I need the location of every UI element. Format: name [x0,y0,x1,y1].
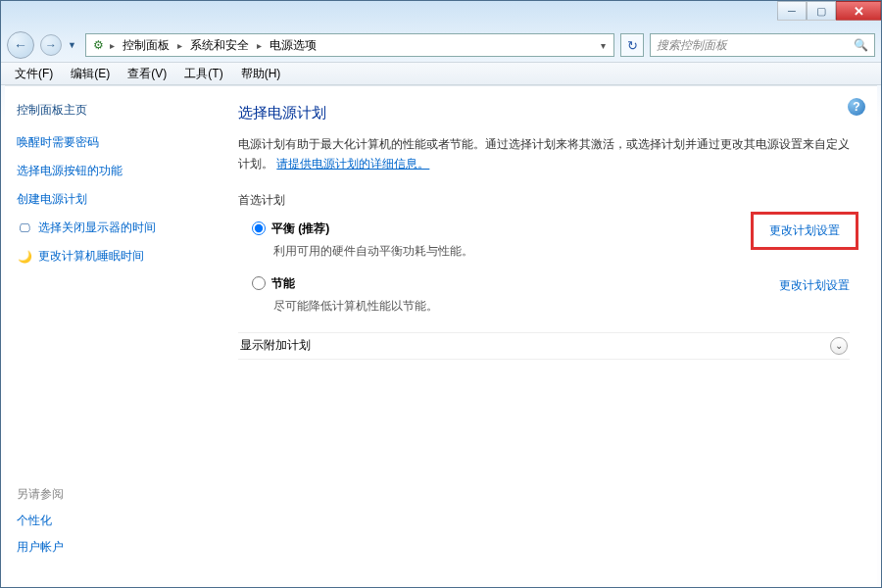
moon-icon: 🌙 [17,249,32,265]
minimize-button[interactable]: ─ [777,1,807,21]
menu-help[interactable]: 帮助(H) [233,64,289,84]
page-description: 电源计划有助于最大化计算机的性能或者节能。通过选择计划来将其激活，或选择计划并通… [238,134,850,174]
close-icon: ✕ [854,4,864,19]
menu-tools[interactable]: 工具(T) [176,64,230,84]
plan-saver-name: 节能 [271,275,295,292]
arrow-right-icon: → [45,38,57,52]
crumb-sep-icon: ▸ [177,40,182,51]
plan-balanced: 平衡 (推荐) 利用可用的硬件自动平衡功耗与性能。 更改计划设置 [238,220,850,260]
help-icon[interactable]: ? [848,98,865,116]
navbar: ← → ▼ ⚙ ▸ 控制面板 ▸ 系统和安全 ▸ 电源选项 ▾ ↻ 搜索控制面板… [1,28,881,62]
refresh-icon: ↻ [627,38,638,53]
window: ─ ▢ ✕ ← → ▼ ⚙ ▸ 控制面板 ▸ 系统和安全 ▸ 电源选项 ▾ ↻ … [0,0,882,588]
sidebar-link-wake-password[interactable]: 唤醒时需要密码 [17,134,199,151]
maximize-icon: ▢ [816,5,826,18]
sidebar-link-sleep-time[interactable]: 🌙 更改计算机睡眠时间 [17,248,199,265]
breadcrumb-item[interactable]: 控制面板 [119,37,173,54]
sidebar-link-button-action[interactable]: 选择电源按钮的功能 [17,163,199,179]
plan-balanced-radio[interactable] [252,221,266,235]
menu-edit[interactable]: 编辑(E) [63,64,118,84]
menubar: 文件(F) 编辑(E) 查看(V) 工具(T) 帮助(H) [1,62,881,85]
see-also-personalize[interactable]: 个性化 [17,513,64,529]
search-icon: 🔍 [854,38,868,52]
breadcrumb-item[interactable]: 电源选项 [266,37,320,54]
sidebar: 控制面板主页 唤醒时需要密码 选择电源按钮的功能 创建电源计划 🖵 选择关闭显示… [5,86,211,585]
see-also-header: 另请参阅 [17,486,64,503]
nav-forward-button[interactable]: → [40,34,62,56]
maximize-button[interactable]: ▢ [807,1,836,21]
details-link[interactable]: 请提供电源计划的详细信息。 [276,157,429,171]
body: 控制面板主页 唤醒时需要密码 选择电源按钮的功能 创建电源计划 🖵 选择关闭显示… [5,85,877,585]
page-title: 选择电源计划 [238,104,850,122]
plan-balanced-name: 平衡 (推荐) [271,220,329,237]
window-controls: ─ ▢ ✕ [777,1,881,21]
search-input[interactable]: 搜索控制面板 🔍 [650,33,875,57]
address-bar[interactable]: ⚙ ▸ 控制面板 ▸ 系统和安全 ▸ 电源选项 ▾ [85,33,614,57]
titlebar: ─ ▢ ✕ [1,1,881,28]
sidebar-home[interactable]: 控制面板主页 [17,102,199,119]
address-dropdown[interactable]: ▾ [597,40,610,51]
control-panel-icon: ⚙ [90,37,106,53]
crumb-sep-icon: ▸ [257,40,262,51]
plan-saver-radio[interactable] [252,276,266,290]
show-additional-plans[interactable]: 显示附加计划 ⌄ [238,332,850,360]
change-plan-balanced-link[interactable]: 更改计划设置 [760,220,850,241]
nav-history-dropdown[interactable]: ▼ [68,40,79,50]
minimize-icon: ─ [788,5,796,17]
see-also-accounts[interactable]: 用户帐户 [17,539,64,556]
content: ? 选择电源计划 电源计划有助于最大化计算机的性能或者节能。通过选择计划来将其激… [211,86,877,585]
search-placeholder: 搜索控制面板 [657,37,727,54]
change-plan-saver-link[interactable]: 更改计划设置 [779,275,850,294]
sidebar-link-display-off[interactable]: 🖵 选择关闭显示器的时间 [17,220,199,236]
menu-file[interactable]: 文件(F) [7,64,61,84]
chevron-down-icon: ▼ [68,40,76,50]
sidebar-link-create-plan[interactable]: 创建电源计划 [17,191,199,208]
refresh-button[interactable]: ↻ [620,33,644,57]
close-button[interactable]: ✕ [836,1,881,21]
crumb-sep-icon: ▸ [110,40,115,51]
arrow-left-icon: ← [14,37,27,53]
preferred-plans-header: 首选计划 [238,192,850,209]
plan-saver-desc: 尽可能降低计算机性能以节能。 [273,298,779,315]
plan-saver: 节能 尽可能降低计算机性能以节能。 更改计划设置 [238,275,850,315]
nav-back-button[interactable]: ← [7,31,34,59]
menu-view[interactable]: 查看(V) [120,64,174,84]
see-also: 另请参阅 个性化 用户帐户 [17,486,64,565]
monitor-icon: 🖵 [17,220,32,236]
plan-balanced-desc: 利用可用的硬件自动平衡功耗与性能。 [273,243,760,260]
breadcrumb-item[interactable]: 系统和安全 [186,37,253,54]
chevron-down-icon: ⌄ [830,337,848,355]
